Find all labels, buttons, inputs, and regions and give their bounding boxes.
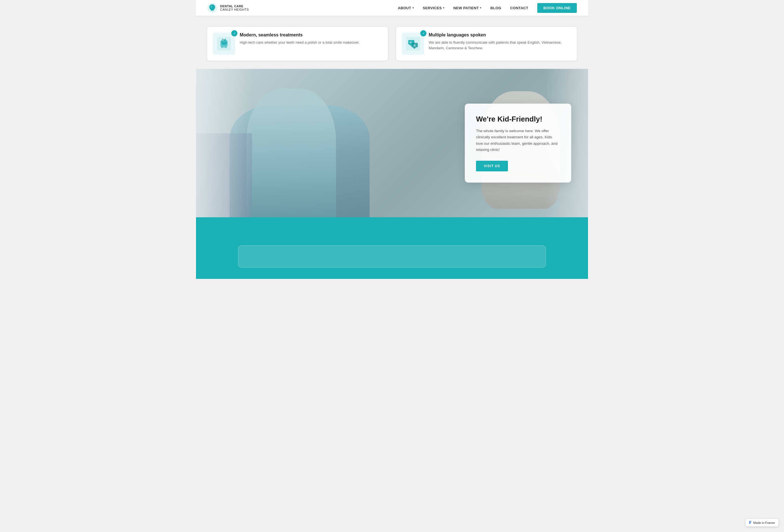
teal-section [196, 217, 588, 240]
language-icon-wrap: ✓ A 文 [402, 32, 424, 55]
logo-icon [207, 3, 217, 13]
language-icon: A 文 [406, 37, 420, 51]
bg-child [246, 88, 336, 217]
tooth-icon [217, 37, 231, 51]
feature-desc-2: We are able to fluently communicate with… [429, 40, 571, 51]
features-section: ✓ Modern, seamless treatments High-tech … [196, 16, 588, 66]
services-arrow: ▾ [443, 6, 444, 9]
nav-services[interactable]: SERVICES ▾ [423, 6, 444, 10]
bottom-section [196, 240, 588, 279]
feature-title-1: Modern, seamless treatments [240, 32, 360, 37]
tooth-icon-wrap: ✓ [213, 32, 235, 55]
feature-card-languages: ✓ A 文 Multiple languages spoken We are a… [396, 27, 577, 60]
kid-friendly-description: The whole family is welcome here. We off… [476, 128, 560, 153]
svg-text:A: A [410, 41, 412, 44]
nav-about[interactable]: ABOUT ▾ [398, 6, 414, 10]
check-icon-2: ✓ [420, 30, 426, 36]
svg-point-6 [221, 43, 222, 44]
new-patient-arrow: ▾ [480, 6, 481, 9]
logo[interactable]: DENTAL CARE CANLEY HEIGHTS [207, 3, 249, 13]
kid-friendly-card: We're Kid-Friendly! The whole family is … [465, 104, 571, 183]
about-arrow: ▾ [413, 6, 414, 9]
check-icon-1: ✓ [231, 30, 237, 36]
bottom-card [238, 245, 546, 268]
kid-friendly-title: We're Kid-Friendly! [476, 115, 560, 123]
navbar: DENTAL CARE CANLEY HEIGHTS ABOUT ▾ SERVI… [196, 0, 588, 16]
nav-blog[interactable]: BLOG [490, 6, 501, 10]
feature-desc-1: High-tech care whether your teeth need a… [240, 40, 360, 45]
book-online-button[interactable]: BOOK ONLINE [537, 3, 577, 13]
feature-card-treatments: ✓ Modern, seamless treatments High-tech … [207, 27, 388, 60]
feature-text-treatments: Modern, seamless treatments High-tech ca… [240, 32, 360, 45]
nav-links: ABOUT ▾ SERVICES ▾ NEW PATIENT ▾ BLOG CO… [398, 3, 577, 13]
svg-text:文: 文 [414, 44, 416, 47]
hero-section: We're Kid-Friendly! The whole family is … [196, 69, 588, 217]
svg-point-14 [409, 42, 410, 43]
hero-background: We're Kid-Friendly! The whole family is … [196, 69, 588, 217]
nav-new-patient[interactable]: NEW PATIENT ▾ [453, 6, 481, 10]
feature-title-2: Multiple languages spoken [429, 32, 571, 37]
nav-contact[interactable]: CONTACT [510, 6, 528, 10]
svg-point-1 [211, 6, 212, 7]
visit-us-button[interactable]: VISIT US [476, 161, 508, 171]
feature-text-languages: Multiple languages spoken We are able to… [429, 32, 571, 51]
logo-text: DENTAL CARE CANLEY HEIGHTS [220, 4, 249, 11]
